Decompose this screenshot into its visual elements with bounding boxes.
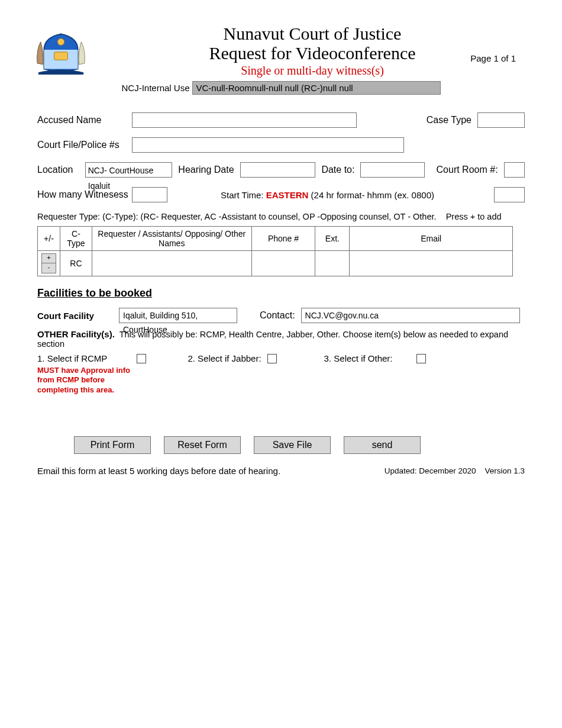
court-facility-input[interactable]: Iqaluit, Building 510, CourtHouse bbox=[119, 308, 237, 323]
table-row: + - RC bbox=[38, 251, 513, 276]
jabber-checkbox[interactable] bbox=[267, 354, 277, 363]
court-room-label: Court Room #: bbox=[437, 165, 498, 175]
start-time-input[interactable] bbox=[494, 187, 525, 202]
col-ctype: C-Type bbox=[60, 227, 92, 251]
svg-rect-0 bbox=[54, 52, 68, 60]
rcmp-warning: MUST have Approval info from RCMP before… bbox=[37, 366, 138, 395]
footer-instruction: Email this form at least 5 working days … bbox=[37, 466, 280, 476]
requester-type-hint: Requester Type: (C-Type): (RC- Requester… bbox=[33, 212, 529, 226]
header: Nunavut Court of Justice Request for Vid… bbox=[33, 24, 529, 78]
col-email: Email bbox=[350, 227, 513, 251]
send-button[interactable]: send bbox=[344, 436, 421, 454]
contact-label: Contact: bbox=[260, 310, 295, 321]
reset-button[interactable]: Reset Form bbox=[164, 436, 241, 454]
print-button[interactable]: Print Form bbox=[74, 436, 151, 454]
court-facility-label: Court Facility bbox=[37, 311, 113, 321]
phone-cell[interactable] bbox=[251, 251, 315, 276]
accused-label: Accused Name bbox=[37, 115, 126, 125]
location-label: Location bbox=[37, 165, 79, 175]
page-title: Nunavut Court of Justice bbox=[95, 24, 529, 43]
internal-use-label: NCJ-Internal Use bbox=[121, 83, 189, 93]
ext-cell[interactable] bbox=[315, 251, 350, 276]
facilities-heading: Facilities to be booked bbox=[37, 287, 525, 299]
page-note: Single or multi-day witness(s) bbox=[95, 64, 529, 78]
add-row-button[interactable]: + bbox=[41, 253, 56, 263]
page-number: Page 1 of 1 bbox=[470, 53, 516, 63]
col-names: Requester / Assistants/ Opposing/ Other … bbox=[92, 227, 251, 251]
select-rcmp-label: 1. Select if RCMP bbox=[37, 353, 107, 363]
court-room-input[interactable] bbox=[504, 162, 525, 178]
start-time-label: Start Time: EASTERN (24 hr format- hhmm … bbox=[221, 190, 434, 200]
page-subtitle: Request for Videoconference bbox=[95, 43, 529, 63]
name-cell[interactable] bbox=[92, 251, 251, 276]
ctype-cell[interactable]: RC bbox=[60, 251, 92, 276]
col-phone: Phone # bbox=[251, 227, 315, 251]
court-file-label: Court File/Police #s bbox=[37, 140, 126, 150]
hearing-date-input[interactable] bbox=[240, 162, 316, 178]
select-jabber-label: 2. Select if Jabber: bbox=[188, 353, 261, 363]
select-other-label: 3. Select if Other: bbox=[324, 353, 393, 363]
other-checkbox[interactable] bbox=[416, 354, 426, 363]
save-button[interactable]: Save File bbox=[254, 436, 331, 454]
remove-row-button[interactable]: - bbox=[41, 263, 56, 273]
eastern-badge: EASTERN bbox=[266, 190, 309, 200]
email-cell[interactable] bbox=[350, 251, 513, 276]
date-to-input[interactable] bbox=[360, 162, 424, 178]
case-type-label: Case Type bbox=[427, 115, 471, 125]
internal-use-value: VC-null-Roomnull-null null (RC-)null nul… bbox=[192, 81, 441, 95]
witnesses-label: How many Witnesess bbox=[37, 189, 126, 200]
accused-input[interactable] bbox=[132, 112, 357, 128]
case-type-input[interactable] bbox=[477, 112, 525, 128]
rcmp-checkbox[interactable] bbox=[137, 354, 146, 363]
footer-meta: Updated: December 2020 Version 1.3 bbox=[385, 466, 525, 475]
svg-point-1 bbox=[57, 38, 64, 45]
other-facility-hint: OTHER Facility(s). This will possibly be… bbox=[33, 329, 529, 353]
witnesses-input[interactable] bbox=[132, 187, 167, 202]
court-file-input[interactable] bbox=[132, 137, 404, 153]
col-plusminus: +/- bbox=[38, 227, 60, 251]
crest-icon bbox=[33, 27, 89, 75]
contact-input[interactable]: NCJ.VC@gov.nu.ca bbox=[301, 308, 520, 323]
date-to-label: Date to: bbox=[321, 165, 354, 175]
requester-table: +/- C-Type Requester / Assistants/ Oppos… bbox=[37, 226, 513, 276]
location-input[interactable]: NCJ- CourtHouse Iqaluit bbox=[85, 162, 173, 178]
col-ext: Ext. bbox=[315, 227, 350, 251]
hearing-date-label: Hearing Date bbox=[178, 165, 234, 175]
